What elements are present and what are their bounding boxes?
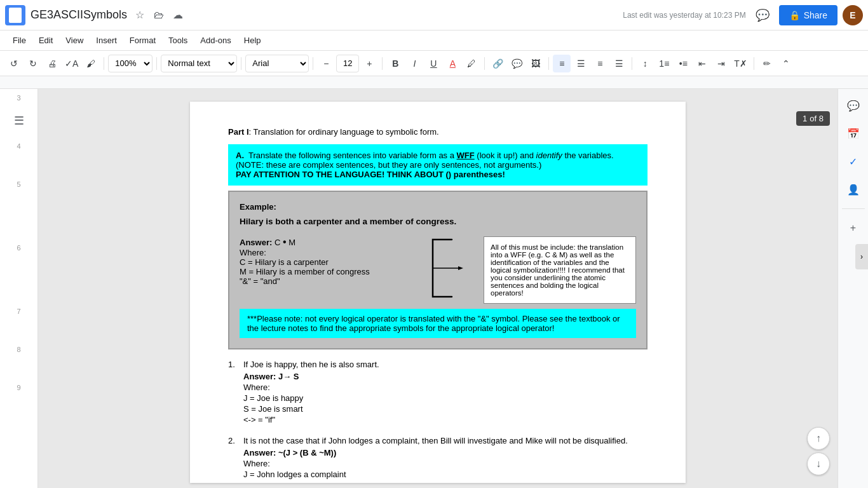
top-right-icons: 💬 <box>751 4 774 27</box>
menu-format[interactable]: Format <box>125 33 161 48</box>
toolbar-divider-3 <box>241 57 241 70</box>
menu-addons[interactable]: Add-ons <box>195 33 236 48</box>
share-button[interactable]: 🔒 Share <box>779 5 837 25</box>
pen-button[interactable]: ✏ <box>758 55 776 72</box>
italic-button[interactable]: I <box>405 55 423 72</box>
q1-content: If Joe is happy, then he is also smart. … <box>243 360 648 426</box>
question-list: 1. If Joe is happy, then he is also smar… <box>228 360 648 480</box>
line-num-9: 9 <box>17 384 20 391</box>
highlight-button[interactable]: 🖊 <box>463 55 480 72</box>
chat-button[interactable]: 💬 <box>751 4 774 27</box>
sidebar-divider <box>842 208 865 209</box>
last-edit-text: Last edit was yesterday at 10:23 PM <box>623 11 745 20</box>
menu-view[interactable]: View <box>60 33 88 48</box>
font-select[interactable]: Arial Times New Roman Courier New <box>245 55 309 72</box>
font-size-input[interactable] <box>336 55 359 72</box>
answer-label: Answer: <box>240 238 275 247</box>
q1-sentence: If Joe is happy, then he is also smart. <box>243 360 648 369</box>
chat-panel-button[interactable]: 💬 <box>842 94 865 117</box>
toolbar-divider-8 <box>632 57 632 70</box>
var-c: C = Hilary is a carpenter <box>240 257 329 267</box>
page-total: of 8 <box>810 114 824 123</box>
undo-button[interactable]: ↺ <box>5 55 23 72</box>
menu-file[interactable]: File <box>8 33 31 48</box>
font-color-button[interactable]: A <box>444 55 461 72</box>
section-a: A. Translate the following sentences int… <box>228 144 648 186</box>
toolbar-divider-6 <box>484 57 485 70</box>
insert-image-button[interactable]: 🖼 <box>527 55 545 72</box>
align-center-button[interactable]: ≡ <box>553 55 571 72</box>
toolbar-divider-5 <box>382 57 383 70</box>
page: Part IPart I: Translation for ordinary l… <box>190 102 686 483</box>
question-1: 1. If Joe is happy, then he is also smar… <box>228 360 648 426</box>
contacts-panel-button[interactable]: 👤 <box>842 178 865 201</box>
link-button[interactable]: 🔗 <box>489 55 506 72</box>
font-size-decrease-button[interactable]: − <box>317 55 335 72</box>
example-sentence: Hilary is both a carpenter and a member … <box>240 217 636 226</box>
menu-bar: File Edit View Insert Format Tools Add-o… <box>0 30 868 51</box>
q1-num: 1. <box>228 360 238 426</box>
q1-j: J = Joe is happy <box>243 393 648 403</box>
insert-comment-button[interactable]: 💬 <box>508 55 526 72</box>
page-current: 1 <box>803 114 807 123</box>
expand-panel-button[interactable]: › <box>855 244 868 269</box>
increase-indent-button[interactable]: ⇥ <box>712 55 730 72</box>
expand-button[interactable]: ⌃ <box>777 55 795 72</box>
align-right-button[interactable]: ≡ <box>591 55 609 72</box>
sidebar-list-button[interactable]: ☰ <box>8 109 31 132</box>
pay-attention-text: PAY ATTENTION TO THE LANGUAGE! THINK ABO… <box>236 170 505 179</box>
calendar-panel-button[interactable]: 📅 <box>842 122 865 145</box>
symbol-def: "&" = "and" <box>240 276 280 286</box>
clear-formatting-button[interactable]: T✗ <box>731 55 750 72</box>
bracket-svg <box>426 236 465 300</box>
add-panel-button[interactable]: + <box>842 217 865 240</box>
cloud-button[interactable]: ☁ <box>170 8 186 23</box>
q2-num: 2. <box>228 436 238 480</box>
tasks-panel-button[interactable]: ✓ <box>842 150 865 173</box>
avatar-initial: E <box>850 10 855 20</box>
answer-section: Answer: C • M Where: C = Hilary is a car… <box>240 236 636 304</box>
star-button[interactable]: ☆ <box>132 8 147 23</box>
align-left-button[interactable]: ☰ <box>572 55 590 72</box>
bullet-list-button[interactable]: •≡ <box>674 55 692 72</box>
paint-format-button[interactable]: 🖌 <box>82 55 100 72</box>
line-spacing-button[interactable]: ↕ <box>636 55 654 72</box>
toolbar-divider-9 <box>754 57 754 70</box>
example-label: Example: <box>240 202 636 212</box>
print-button[interactable]: 🖨 <box>43 55 61 72</box>
avatar[interactable]: E <box>843 5 863 25</box>
line-num-5: 5 <box>17 180 20 188</box>
numbered-list-button[interactable]: 1≡ <box>655 55 673 72</box>
style-select[interactable]: Normal text Heading 1 Heading 2 Heading … <box>161 55 237 72</box>
menu-edit[interactable]: Edit <box>34 33 58 48</box>
q2-where: Where: <box>243 459 648 468</box>
right-sidebar: 💬 📅 ✓ 👤 + <box>837 89 868 488</box>
line-num-8: 8 <box>17 346 20 353</box>
underline-button[interactable]: U <box>424 55 442 72</box>
menu-insert[interactable]: Insert <box>91 33 122 48</box>
justify-button[interactable]: ☰ <box>610 55 628 72</box>
q1-answer: Answer: J→ S <box>243 372 648 381</box>
menu-tools[interactable]: Tools <box>163 33 193 48</box>
top-bar: GE3ASCIISymbols ☆ 🗁 ☁ Last edit was yest… <box>0 0 868 30</box>
main-area: 3 ☰ 4 5 6 7 8 9 Part IPart I: Translatio… <box>0 89 868 488</box>
question-2: 2. It is not the case that if John lodge… <box>228 436 648 480</box>
line-num-6: 6 <box>17 244 20 252</box>
menu-help[interactable]: Help <box>239 33 266 48</box>
title-icons: ☆ 🗁 ☁ <box>132 8 186 23</box>
decrease-indent-button[interactable]: ⇤ <box>693 55 711 72</box>
folder-button[interactable]: 🗁 <box>151 8 166 23</box>
q2-j: J = John lodges a complaint <box>243 470 648 479</box>
line-num-3: 3 <box>17 94 20 102</box>
redo-button[interactable]: ↻ <box>24 55 42 72</box>
page-indicator: 1 of 8 <box>796 111 830 126</box>
font-size-increase-button[interactable]: + <box>360 55 378 72</box>
q2-content: It is not the case that if John lodges a… <box>243 436 648 480</box>
lock-icon: 🔒 <box>789 10 800 20</box>
spellcheck-button[interactable]: ✓A <box>62 55 81 72</box>
bold-button[interactable]: B <box>386 55 404 72</box>
doc-title: GE3ASCIISymbols <box>31 8 127 22</box>
scroll-bottom-button[interactable]: ↓ <box>807 452 830 475</box>
zoom-select[interactable]: 100% 75% 125% 150% <box>108 55 153 72</box>
scroll-top-button[interactable]: ↑ <box>807 427 830 450</box>
